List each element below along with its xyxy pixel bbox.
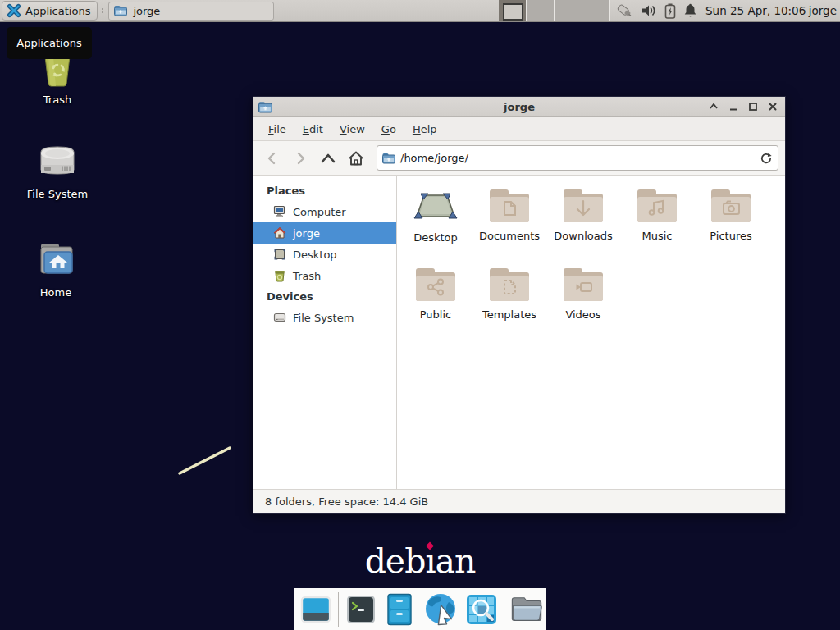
menu-edit[interactable]: Edit [294, 117, 331, 140]
terminal-icon [345, 594, 377, 625]
folder-item-music[interactable]: Music [620, 187, 694, 266]
web-browser-globe-icon [422, 592, 459, 627]
computer-icon [273, 205, 286, 218]
desktop-icon-home[interactable]: Home [16, 239, 95, 299]
directory-menu-launcher[interactable] [510, 593, 543, 626]
workspace-4[interactable] [582, 0, 610, 21]
desktop-special-icon [413, 187, 459, 226]
window-title: jorge [253, 101, 785, 113]
folder-icon [114, 5, 127, 16]
debian-logo: debıan [0, 541, 840, 581]
devices-header: Devices [253, 286, 396, 307]
workspace-3[interactable] [555, 0, 582, 21]
workspace-window-thumb [503, 3, 523, 21]
applications-menu-label: Applications [25, 5, 90, 17]
dock-separator [504, 592, 504, 627]
folder-item-videos[interactable]: Videos [546, 266, 620, 345]
location-bar[interactable]: /home/jorge/ [377, 145, 778, 171]
applications-menu-button[interactable]: Applications [2, 1, 98, 21]
home-icon [273, 226, 286, 240]
workspace-1[interactable] [499, 0, 527, 21]
maximize-button[interactable] [747, 101, 759, 112]
status-text: 8 folders, Free space: 14.4 GiB [265, 495, 428, 508]
templates-folder-icon [487, 266, 532, 304]
menu-help[interactable]: Help [404, 117, 445, 140]
app-finder-launcher[interactable] [465, 593, 498, 626]
sidebar-item-computer[interactable]: Computer [253, 201, 396, 222]
close-button[interactable] [767, 101, 778, 112]
folder-item-documents[interactable]: Documents [472, 187, 546, 266]
downloads-folder-icon [561, 187, 605, 225]
taskbar-window-label: jorge [133, 5, 160, 17]
location-path: /home/jorge/ [400, 152, 468, 164]
folder-item-templates[interactable]: Templates [472, 266, 546, 345]
xfce-logo-icon [7, 3, 21, 18]
desktop-icon-label: File System [18, 188, 97, 200]
terminal-launcher[interactable] [345, 593, 377, 626]
folder-view: Desktop Documents [397, 176, 785, 489]
documents-folder-icon [487, 187, 532, 225]
menu-go[interactable]: Go [373, 117, 404, 140]
videos-folder-icon [561, 266, 605, 304]
home-folder-icon [34, 239, 77, 280]
app-finder-icon [465, 593, 498, 626]
audio-volume-icon[interactable] [641, 3, 657, 18]
minimize-button[interactable] [728, 101, 739, 112]
notifications-bell-icon[interactable] [683, 3, 697, 18]
input-device-icon[interactable] [615, 2, 633, 19]
dock-separator [338, 592, 339, 627]
folder-item-public[interactable]: Public [399, 266, 472, 345]
gray-folder-icon [510, 594, 543, 625]
panel-clock[interactable]: Sun 25 Apr, 10:06 [705, 0, 806, 21]
location-folder-icon [382, 153, 395, 164]
file-manager-window: jorge File Edit View Go Help [253, 96, 786, 514]
file-cabinet-launcher[interactable] [383, 593, 416, 626]
forward-button[interactable] [288, 146, 313, 171]
back-button[interactable] [260, 146, 285, 171]
music-folder-icon [635, 187, 679, 225]
desktop-icon [273, 248, 286, 261]
sidebar-item-jorge[interactable]: jorge [253, 222, 396, 244]
folder-item-downloads[interactable]: Downloads [546, 187, 620, 266]
panel-user-label[interactable]: jorge [809, 0, 837, 21]
taskbar-window-button[interactable]: jorge [108, 2, 274, 21]
sidebar: Places Computer [253, 176, 397, 489]
menu-view[interactable]: View [331, 117, 373, 140]
panel-handle[interactable] [100, 3, 105, 18]
home-button[interactable] [344, 146, 368, 171]
system-tray [615, 0, 697, 21]
sidebar-item-file-system[interactable]: File System [253, 307, 396, 328]
up-button[interactable] [316, 146, 340, 171]
web-browser-launcher[interactable] [422, 593, 459, 626]
pictures-folder-icon [709, 187, 753, 225]
show-desktop-button[interactable] [299, 593, 332, 626]
folder-item-desktop[interactable]: Desktop [399, 187, 472, 266]
top-panel: Applications jorge [0, 0, 840, 22]
statusbar: 8 folders, Free space: 14.4 GiB [253, 489, 785, 513]
drive-icon [273, 311, 286, 324]
desktop-icon-filesystem[interactable]: File System [18, 140, 97, 200]
show-desktop-icon [300, 594, 331, 625]
folder-item-pictures[interactable]: Pictures [694, 187, 768, 266]
window-titlebar[interactable]: jorge [253, 97, 785, 117]
places-header: Places [253, 180, 396, 201]
file-cabinet-icon [386, 593, 413, 626]
menubar: File Edit View Go Help [253, 117, 785, 141]
hard-drive-icon [36, 140, 79, 181]
shade-button[interactable] [708, 101, 719, 112]
sidebar-item-trash[interactable]: Trash [253, 265, 396, 286]
battery-charging-icon[interactable] [664, 3, 676, 19]
reload-icon[interactable] [760, 152, 773, 165]
workspace-2[interactable] [527, 0, 555, 21]
public-folder-icon [413, 266, 458, 304]
trash-small-icon [273, 269, 286, 282]
dock-panel [294, 588, 546, 630]
desktop: Applications jorge [0, 0, 840, 630]
desktop-icon-label: Trash [18, 94, 97, 106]
toolbar: /home/jorge/ [253, 141, 785, 176]
applications-tooltip: Applications [7, 27, 92, 59]
desktop-icon-label: Home [16, 286, 95, 299]
sidebar-item-desktop[interactable]: Desktop [253, 244, 396, 265]
menu-file[interactable]: File [260, 117, 294, 140]
workspace-switcher[interactable] [499, 0, 610, 21]
